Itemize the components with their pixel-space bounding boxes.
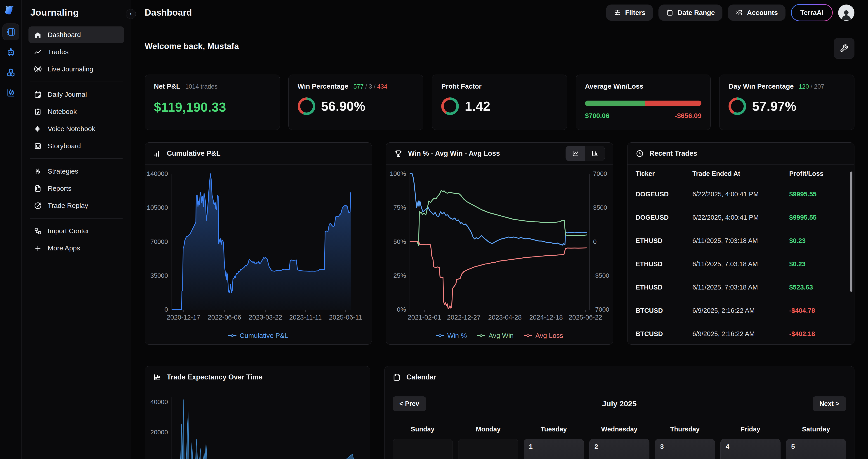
sidebar-collapse-button[interactable]: ‹ (126, 9, 136, 19)
sidebar-item-trades[interactable]: Trades (29, 43, 124, 60)
kpi-value: 56.90% (321, 99, 366, 114)
sidebar-item-live-journaling[interactable]: Live Journaling (29, 61, 124, 78)
axis-tick-label: 70000 (150, 238, 168, 245)
calendar-cell-empty[interactable] (458, 439, 518, 459)
line-chart-toggle[interactable] (566, 146, 585, 161)
bottom-row: Trade Expectancy Over Time 4000020000 Ca… (145, 366, 855, 459)
trade-row[interactable]: DOGEUSD 6/22/2025, 4:00:41 PM $9995.55 (636, 183, 846, 206)
sidebar-item-label: Reports (48, 185, 71, 192)
axis-tick-label: 2025-06-11 (329, 314, 362, 321)
axis-tick-label: 0 (164, 306, 168, 313)
sidebar-item-label: Voice Notebook (48, 125, 95, 133)
sidebar-item-dashboard[interactable]: Dashboard (29, 26, 124, 43)
wrench-icon (840, 44, 848, 53)
avatar[interactable] (838, 4, 855, 21)
kpi-badge: 1014 trades (185, 83, 218, 90)
trade-row[interactable]: ETHUSD 6/11/2025, 7:03:18 AM $523.63 (636, 276, 846, 299)
legend-marker-icon (477, 334, 485, 337)
trade-ticker: DOGEUSD (636, 190, 692, 198)
recent-trades-table: Ticker Trade Ended At Profit/Loss DOGEUS… (627, 164, 854, 345)
calendar-cell-empty[interactable] (393, 439, 453, 459)
date-range-button[interactable]: Date Range (658, 4, 722, 21)
calendar-controls: < Prev July 2025 Next > (384, 388, 854, 411)
chart-title: Win % - Avg Win - Avg Loss (408, 149, 500, 157)
kpi-day-win-percentage[interactable]: Day Win Percentage 120 / 207 57.97% (719, 74, 855, 130)
trade-profit-loss: $9995.55 (789, 214, 846, 221)
legend-marker-icon (436, 334, 444, 337)
workflow-icon (34, 227, 42, 235)
axis-tick-label: 2023-11-11 (289, 314, 322, 321)
filters-button[interactable]: Filters (606, 4, 653, 21)
sidebar-item-trade-replay[interactable]: Trade Replay (29, 197, 124, 214)
customize-button[interactable] (834, 38, 855, 59)
calendar-prev-button[interactable]: < Prev (393, 396, 426, 411)
calendar-cell[interactable]: 4 (720, 439, 780, 459)
accounts-button[interactable]: Accounts (728, 4, 785, 21)
trade-row[interactable]: ETHUSD 6/11/2025, 7:03:18 AM $0.23 (636, 252, 846, 276)
rail-journal-button[interactable] (2, 24, 19, 40)
kpi-average-win-loss[interactable]: Average Win/Loss $700.06 -$656.09 (576, 74, 711, 130)
trade-row[interactable]: DOGEUSD 6/22/2025, 4:00:41 PM $9995.55 (636, 206, 846, 229)
calendar-day-header: Friday (720, 426, 780, 433)
trade-ticker: DOGEUSD (636, 214, 692, 221)
calendar-cell[interactable]: 5 (786, 439, 846, 459)
legend-item[interactable]: Win % (436, 332, 467, 339)
sliders-v-icon (34, 167, 42, 175)
topbar-actions: Filters Date Range Accounts TerraAI (606, 4, 855, 21)
kpi-title: Average Win/Loss (585, 83, 644, 90)
axis-tick-label: 75% (393, 204, 406, 211)
kpi-profit-factor[interactable]: Profit Factor 1.42 (432, 74, 567, 130)
bar-chart-toggle[interactable] (585, 146, 604, 161)
sidebar-item-reports[interactable]: Reports (29, 180, 124, 197)
trade-ended-at: 6/11/2025, 7:03:18 AM (692, 261, 789, 268)
calendar-day-headers: SundayMondayTuesdayWednesdayThursdayFrid… (384, 426, 854, 433)
cubes-icon (6, 68, 16, 77)
trade-profit-loss: $523.63 (789, 284, 846, 291)
rail-cubes-button[interactable] (2, 64, 19, 81)
sidebar-item-voice-notebook[interactable]: Voice Notebook (29, 120, 124, 137)
table-header: Ticker Trade Ended At Profit/Loss (636, 164, 846, 183)
rail-robot-button[interactable] (2, 44, 19, 61)
sidebar-item-storyboard[interactable]: Storyboard (29, 137, 124, 154)
avg-win-loss-bar (585, 100, 702, 106)
legend-item[interactable]: Cumulative P&L (228, 332, 288, 339)
axis-tick-label: 2023-04-28 (488, 314, 522, 321)
chart-title: Recent Trades (649, 149, 698, 157)
avg-win-value: $700.06 (585, 112, 610, 120)
bull-logo-icon[interactable] (4, 4, 18, 17)
trade-row[interactable]: BTCUSD 6/9/2025, 2:16:22 AM -$402.18 (636, 322, 846, 345)
table-scrollbar[interactable] (850, 172, 852, 292)
calendar-next-button[interactable]: Next > (813, 396, 846, 411)
kpi-title: Day Win Percentage (728, 83, 794, 90)
trade-row[interactable]: BTCUSD 6/9/2025, 2:16:22 AM -$404.78 (636, 299, 846, 322)
icon-rail (0, 0, 22, 459)
calendar-cell[interactable]: 1 (524, 439, 584, 459)
sidebar-item-more-apps[interactable]: More Apps (29, 240, 124, 256)
axis-tick-label: -7000 (593, 306, 610, 313)
kpi-net-pnl[interactable]: Net P&L 1014 trades $119,190.33 (145, 74, 280, 130)
calendar-day-header: Thursday (655, 426, 715, 433)
calendar-card: Calendar < Prev July 2025 Next > SundayM… (384, 366, 855, 459)
main: Dashboard Filters Date Range Accounts Te… (131, 0, 868, 459)
trade-ticker: ETHUSD (636, 237, 692, 245)
trade-row[interactable]: ETHUSD 6/11/2025, 7:03:18 AM $0.23 (636, 229, 846, 252)
rail-candlesticks-button[interactable] (2, 85, 19, 101)
legend-marker-icon (228, 334, 237, 337)
calendar-cell[interactable]: 3 (655, 439, 715, 459)
sidebar-item-strategies[interactable]: Strategies (29, 163, 124, 180)
axis-tick-label: 35000 (150, 272, 168, 279)
trade-profit-loss: -$404.78 (789, 307, 846, 314)
legend-item[interactable]: Avg Loss (524, 332, 563, 339)
sidebar-item-daily-journal[interactable]: Daily Journal (29, 86, 124, 103)
welcome-heading: Welcome back, Mustafa (145, 41, 239, 51)
kpi-win-percentage[interactable]: Win Percentage 577 / 3 / 434 56.90% (288, 74, 424, 130)
sidebar-item-label: More Apps (48, 244, 80, 252)
legend-item[interactable]: Avg Win (477, 332, 514, 339)
terra-ai-button[interactable]: TerraAI (791, 4, 833, 21)
sidebar-item-import-center[interactable]: Import Center (29, 223, 124, 239)
sidebar-item-notebook[interactable]: Notebook (29, 103, 124, 120)
calendar-month-label: July 2025 (602, 399, 637, 408)
kpi-title: Profit Factor (441, 83, 482, 90)
calendar-cell[interactable]: 2 (589, 439, 649, 459)
trade-profit-loss: $9995.55 (789, 190, 846, 198)
